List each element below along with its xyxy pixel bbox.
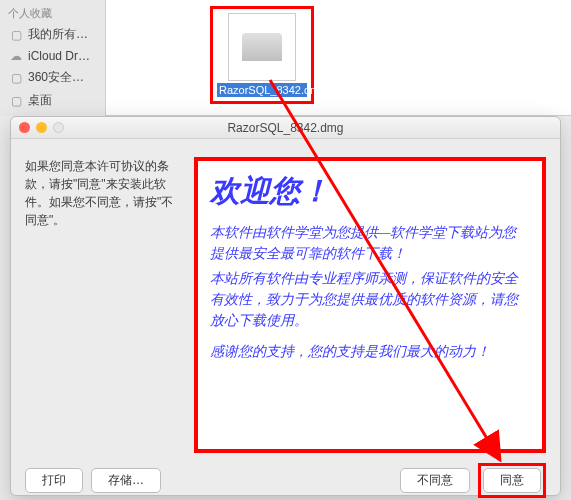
folder-icon: ▢ xyxy=(8,71,24,85)
license-paragraph: 本站所有软件由专业程序师亲测，保证软件的安全有效性，致力于为您提供最优质的软件资… xyxy=(210,268,530,331)
file-item[interactable]: RazorSQL_8342.dmg xyxy=(210,6,314,104)
agree-highlight-box: 同意 xyxy=(478,463,546,498)
disagree-button[interactable]: 不同意 xyxy=(400,468,470,493)
dialog-titlebar: RazorSQL_8342.dmg xyxy=(11,117,560,139)
window-controls xyxy=(19,122,64,133)
license-heading: 欢迎您！ xyxy=(210,171,530,212)
dialog-title: RazorSQL_8342.dmg xyxy=(227,121,343,135)
license-dialog: RazorSQL_8342.dmg 如果您同意本许可协议的条款，请按"同意"来安… xyxy=(10,116,561,496)
finder-sidebar: 个人收藏 ▢ 我的所有… ☁ iCloud Dr… ▢ 360安全… ▢ 桌面 xyxy=(0,0,106,116)
sidebar-item-icloud[interactable]: ☁ iCloud Dr… xyxy=(0,46,105,66)
license-content-box: 欢迎您！ 本软件由软件学堂为您提供—软件学堂下载站为您提供最安全最可靠的软件下载… xyxy=(194,157,546,453)
license-paragraph: 本软件由软件学堂为您提供—软件学堂下载站为您提供最安全最可靠的软件下载！ xyxy=(210,222,530,264)
sidebar-item-label: 桌面 xyxy=(28,92,52,109)
close-icon[interactable] xyxy=(19,122,30,133)
license-paragraph: 感谢您的支持，您的支持是我们最大的动力！ xyxy=(210,341,530,362)
sidebar-item-label: 我的所有… xyxy=(28,26,88,43)
sidebar-item-all-my-files[interactable]: ▢ 我的所有… xyxy=(0,23,105,46)
minimize-icon[interactable] xyxy=(36,122,47,133)
cloud-icon: ☁ xyxy=(8,49,24,63)
folder-icon: ▢ xyxy=(8,28,24,42)
print-button[interactable]: 打印 xyxy=(25,468,83,493)
sidebar-item-label: 360安全… xyxy=(28,69,84,86)
zoom-icon xyxy=(53,122,64,133)
sidebar-section-header: 个人收藏 xyxy=(0,4,105,23)
sidebar-item-360[interactable]: ▢ 360安全… xyxy=(0,66,105,89)
sidebar-item-label: iCloud Dr… xyxy=(28,49,90,63)
instruction-text: 如果您同意本许可协议的条款，请按"同意"来安装此软件。如果您不同意，请按"不同意… xyxy=(25,157,180,453)
dmg-icon xyxy=(228,13,296,81)
sidebar-item-desktop[interactable]: ▢ 桌面 xyxy=(0,89,105,112)
license-body-text: 本软件由软件学堂为您提供—软件学堂下载站为您提供最安全最可靠的软件下载！ 本站所… xyxy=(210,222,530,362)
dialog-button-row: 打印 存储… 不同意 同意 xyxy=(11,457,560,500)
save-button[interactable]: 存储… xyxy=(91,468,161,493)
file-highlight-box: RazorSQL_8342.dmg xyxy=(210,6,314,104)
finder-window: 个人收藏 ▢ 我的所有… ☁ iCloud Dr… ▢ 360安全… ▢ 桌面 … xyxy=(0,0,571,116)
agree-button[interactable]: 同意 xyxy=(483,468,541,493)
folder-icon: ▢ xyxy=(8,94,24,108)
file-name-label: RazorSQL_8342.dmg xyxy=(217,83,307,97)
